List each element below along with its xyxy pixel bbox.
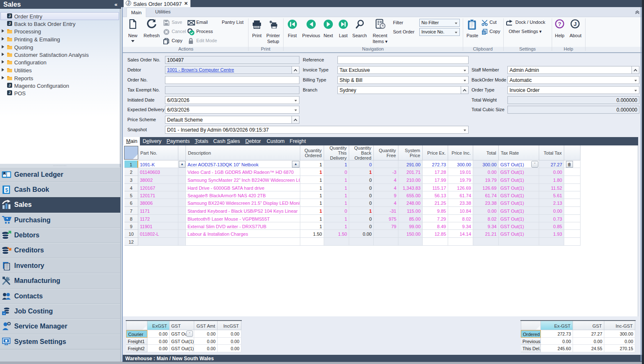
- svg-text:+: +: [3, 312, 5, 316]
- svg-text:$: $: [5, 187, 8, 193]
- svg-text:J: J: [573, 21, 576, 27]
- svg-text:?: ?: [558, 21, 561, 27]
